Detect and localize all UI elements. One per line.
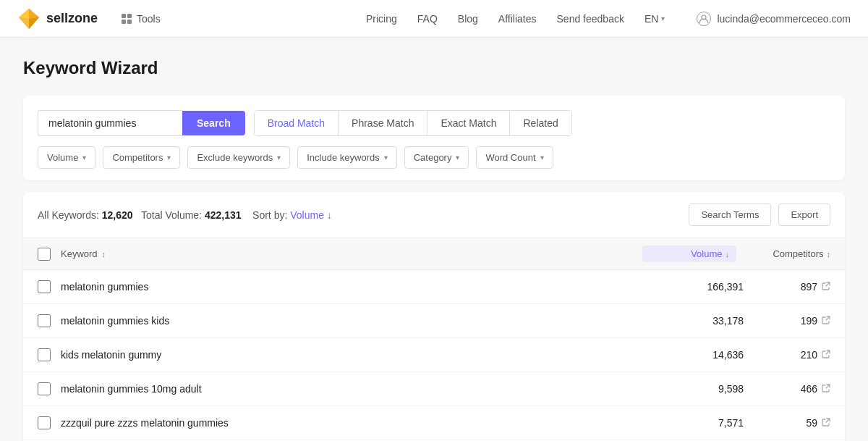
- competitors-sort-icon: ↕: [827, 250, 831, 259]
- tools-button[interactable]: Tools: [115, 10, 166, 28]
- total-volume-label: Total Volume:: [141, 209, 202, 221]
- col-competitors-label: Competitors: [773, 248, 823, 259]
- row-keyword-1: melatonin gummies kids: [61, 315, 657, 327]
- filter-exclude-keywords[interactable]: Exclude keywords ▾: [187, 146, 290, 169]
- all-keywords-count: 12,620: [102, 209, 133, 221]
- main-nav: Pricing FAQ Blog Affiliates Send feedbac…: [366, 12, 851, 26]
- user-menu[interactable]: lucinda@ecommerceceo.com: [697, 12, 851, 26]
- filter-include-label: Include keywords: [307, 152, 379, 163]
- tab-broad-match[interactable]: Broad Match: [255, 111, 339, 135]
- table-row: melatonin gummies kids 33,178 199: [23, 304, 845, 338]
- table-body: melatonin gummies 166,391 897 melatonin …: [23, 270, 845, 441]
- row-checkbox-2[interactable]: [38, 348, 51, 361]
- row-ext-link-3[interactable]: [822, 384, 830, 395]
- row-volume-2: 14,636: [657, 349, 751, 361]
- select-all-checkbox[interactable]: [38, 248, 51, 261]
- table-header: Keyword ↕ Volume ↓ Competitors ↕: [23, 238, 845, 270]
- row-keyword-3: melatonin gummies 10mg adult: [61, 383, 657, 395]
- nav-faq[interactable]: FAQ: [417, 13, 438, 25]
- logo-area: sellzone: [17, 7, 98, 30]
- col-header-competitors[interactable]: Competitors ↕: [736, 248, 830, 259]
- export-button[interactable]: Export: [778, 203, 830, 226]
- filter-row: Volume ▾ Competitors ▾ Exclude keywords …: [38, 146, 830, 169]
- row-ext-link-1[interactable]: [822, 316, 830, 327]
- filter-category-chevron-icon: ▾: [456, 154, 459, 161]
- row-competitors-3: 466: [751, 383, 830, 395]
- row-checkbox-4[interactable]: [38, 416, 51, 429]
- row-competitors-4: 59: [751, 417, 830, 429]
- row-competitors-0: 897: [751, 281, 830, 293]
- row-volume-1: 33,178: [657, 315, 751, 327]
- page-title: Keyword Wizard: [23, 58, 845, 78]
- row-volume-4: 7,571: [657, 417, 751, 429]
- svg-marker-1: [29, 9, 39, 19]
- col-header-keyword[interactable]: Keyword ↕: [61, 248, 642, 259]
- grid-icon: [121, 13, 132, 25]
- col-keyword-label: Keyword: [61, 248, 98, 259]
- row-checkbox-3[interactable]: [38, 382, 51, 395]
- filter-word-count[interactable]: Word Count ▾: [476, 146, 553, 169]
- tab-exact-match[interactable]: Exact Match: [427, 111, 510, 135]
- keyword-sort-icon: ↕: [102, 250, 106, 259]
- nav-send-feedback[interactable]: Send feedback: [557, 13, 624, 25]
- results-area: All Keywords: 12,620 Total Volume: 422,1…: [23, 192, 845, 441]
- all-keywords-label: All Keywords:: [38, 209, 99, 221]
- main-content: Keyword Wizard Search Broad Match Phrase…: [0, 38, 868, 441]
- row-volume-0: 166,391: [657, 281, 751, 293]
- logo-text: sellzone: [46, 11, 98, 26]
- filter-category-label: Category: [414, 152, 452, 163]
- table-row: melatonin gummies 10mg adult 9,598 466: [23, 372, 845, 406]
- match-tabs: Broad Match Phrase Match Exact Match Rel…: [254, 110, 572, 136]
- svg-rect-5: [122, 14, 126, 18]
- svg-marker-2: [19, 17, 29, 29]
- table-row: zzzquil pure zzzs melatonin gummies 7,57…: [23, 406, 845, 440]
- row-keyword-0: melatonin gummies: [61, 281, 657, 293]
- header: sellzone Tools Pricing FAQ Blog Affiliat…: [0, 0, 868, 38]
- results-header: All Keywords: 12,620 Total Volume: 422,1…: [23, 192, 845, 238]
- search-terms-button[interactable]: Search Terms: [689, 203, 771, 226]
- volume-sort-icon: ↓: [726, 250, 730, 259]
- row-checkbox-0[interactable]: [38, 280, 51, 293]
- row-keyword-2: kids melatonin gummy: [61, 349, 657, 361]
- svg-rect-6: [127, 14, 132, 18]
- language-selector[interactable]: EN ▾: [644, 13, 665, 25]
- svg-rect-8: [127, 20, 132, 24]
- sort-by-value[interactable]: Volume: [290, 209, 324, 221]
- nav-pricing[interactable]: Pricing: [366, 13, 397, 25]
- filter-include-keywords[interactable]: Include keywords ▾: [297, 146, 396, 169]
- filter-category[interactable]: Category ▾: [404, 146, 469, 169]
- total-volume-value: 422,131: [205, 209, 242, 221]
- filter-competitors[interactable]: Competitors ▾: [103, 146, 180, 169]
- tab-phrase-match[interactable]: Phrase Match: [339, 111, 427, 135]
- row-keyword-4: zzzquil pure zzzs melatonin gummies: [61, 417, 657, 429]
- table-row: melatonin gummies 166,391 897: [23, 270, 845, 304]
- row-ext-link-0[interactable]: [822, 282, 830, 293]
- sort-by-label: Sort by:: [252, 209, 287, 221]
- nav-blog[interactable]: Blog: [458, 13, 478, 25]
- filter-word-count-chevron-icon: ▾: [540, 154, 544, 161]
- lang-chevron-icon: ▾: [661, 14, 665, 22]
- filter-exclude-label: Exclude keywords: [197, 152, 273, 163]
- filter-include-chevron-icon: ▾: [384, 154, 388, 161]
- svg-marker-3: [19, 9, 29, 19]
- search-button[interactable]: Search: [182, 111, 245, 135]
- user-avatar-icon: [697, 12, 711, 26]
- search-area: Search Broad Match Phrase Match Exact Ma…: [23, 96, 845, 180]
- row-ext-link-4[interactable]: [822, 418, 830, 429]
- filter-volume[interactable]: Volume ▾: [38, 146, 95, 169]
- svg-rect-7: [122, 20, 126, 24]
- row-checkbox-1[interactable]: [38, 314, 51, 327]
- row-competitors-1: 199: [751, 315, 830, 327]
- nav-affiliates[interactable]: Affiliates: [498, 13, 537, 25]
- user-email: lucinda@ecommerceceo.com: [717, 13, 851, 25]
- results-stats: All Keywords: 12,620 Total Volume: 422,1…: [38, 209, 689, 221]
- lang-label: EN: [644, 13, 658, 25]
- search-input[interactable]: [38, 110, 182, 136]
- search-row: Search Broad Match Phrase Match Exact Ma…: [38, 110, 830, 136]
- col-header-volume[interactable]: Volume ↓: [642, 245, 736, 262]
- row-competitors-2: 210: [751, 349, 830, 361]
- table-row: kids melatonin gummy 14,636 210: [23, 338, 845, 372]
- results-actions: Search Terms Export: [689, 203, 830, 226]
- tab-related[interactable]: Related: [510, 111, 571, 135]
- row-ext-link-2[interactable]: [822, 350, 830, 361]
